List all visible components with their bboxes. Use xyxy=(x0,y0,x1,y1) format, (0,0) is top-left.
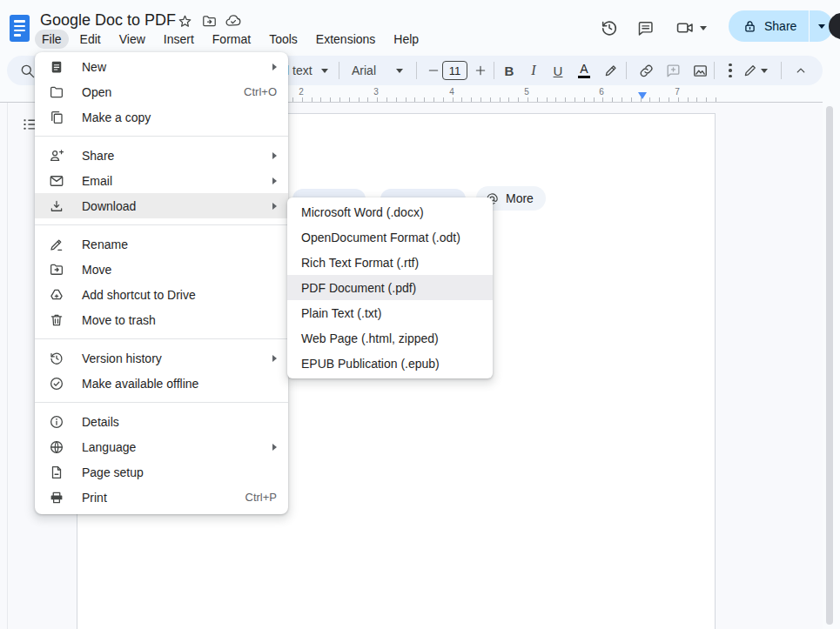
file-menu-item-add-shortcut-to-drive[interactable]: Add shortcut to Drive xyxy=(35,282,288,307)
style-dropdown-icon[interactable] xyxy=(319,59,331,82)
submenu-item-rtf[interactable]: Rich Text Format (.rtf) xyxy=(287,250,493,275)
submenu-arrow-icon xyxy=(272,355,277,362)
bold-button[interactable]: B xyxy=(498,59,521,82)
file-menu-item-language[interactable]: Language xyxy=(35,434,288,459)
vertical-scrollbar[interactable] xyxy=(826,106,833,625)
file-menu-item-rename[interactable]: Rename xyxy=(35,231,288,257)
submenu-item-epub[interactable]: EPUB Publication (.epub) xyxy=(287,351,493,376)
insert-image-icon[interactable] xyxy=(689,59,711,82)
file-menu-item-details[interactable]: Details xyxy=(35,409,288,434)
menu-format[interactable]: Format xyxy=(205,30,258,49)
font-family-select[interactable]: Arial xyxy=(352,64,376,77)
meet-dropdown-icon[interactable] xyxy=(696,17,710,39)
star-icon[interactable] xyxy=(176,12,193,30)
ruler-number: 7 xyxy=(675,87,680,97)
docs-logo[interactable] xyxy=(10,15,30,42)
file-menu-item-open[interactable]: OpenCtrl+O xyxy=(35,79,288,104)
file-menu-item-email[interactable]: Email xyxy=(35,168,288,193)
file-menu-item-move[interactable]: Move xyxy=(35,257,288,282)
ruler-number: 3 xyxy=(373,87,379,97)
submenu-arrow-icon xyxy=(272,444,277,451)
lock-icon xyxy=(743,19,757,34)
meet-video-icon[interactable] xyxy=(674,17,696,39)
menu-edit[interactable]: Edit xyxy=(73,30,108,49)
share-button[interactable]: Share xyxy=(729,10,809,42)
comments-icon[interactable] xyxy=(634,17,656,39)
menu-separator xyxy=(35,338,288,339)
ruler-number: 6 xyxy=(599,87,604,97)
insert-link-icon[interactable] xyxy=(635,59,657,82)
menu-separator xyxy=(35,136,288,137)
file-menu-item-download[interactable]: Download xyxy=(35,193,288,218)
submenu-item-html-zip[interactable]: Web Page (.html, zipped) xyxy=(287,325,493,351)
italic-button[interactable]: I xyxy=(522,59,545,82)
menu-view[interactable]: View xyxy=(112,30,152,49)
file-menu-item-make-available-offline[interactable]: Make available offline xyxy=(35,371,288,396)
document-title[interactable]: Google Doc to PDF xyxy=(40,11,176,30)
add-comment-icon[interactable] xyxy=(662,59,684,82)
file-menu-item-share[interactable]: Share xyxy=(35,143,288,168)
font-dropdown-icon[interactable] xyxy=(393,59,406,82)
file-menu-item-page-setup[interactable]: Page setup xyxy=(35,459,288,485)
submenu-arrow-icon xyxy=(272,64,277,70)
file-menu: New OpenCtrl+O Make a copy Share xyxy=(35,52,288,514)
underline-button[interactable]: U xyxy=(547,59,569,82)
text-color-button[interactable]: A xyxy=(573,59,595,82)
font-size-input[interactable]: 11 xyxy=(442,61,467,80)
ruler-number: 5 xyxy=(524,87,529,97)
move-folder-icon[interactable] xyxy=(200,12,218,30)
submenu-arrow-icon xyxy=(272,177,277,184)
file-menu-item-version-history[interactable]: Version history xyxy=(35,345,288,371)
more-chip-label: More xyxy=(506,191,534,205)
file-menu-item-new[interactable]: New xyxy=(35,54,288,79)
hide-menus-icon[interactable] xyxy=(790,59,812,82)
google-docs-app: More Google Doc to PDF File Edit View In… xyxy=(0,0,840,629)
share-label: Share xyxy=(764,19,796,33)
file-menu-item-move-to-trash[interactable]: Move to trash xyxy=(35,307,288,332)
menu-insert[interactable]: Insert xyxy=(157,30,201,49)
share-button-group: Share xyxy=(729,10,833,42)
file-menu-item-make-a-copy[interactable]: Make a copy xyxy=(35,104,288,130)
submenu-item-txt[interactable]: Plain Text (.txt) xyxy=(287,300,493,325)
ruler-number: 4 xyxy=(449,87,454,97)
canvas-left-edge xyxy=(7,103,8,629)
highlight-color-icon[interactable] xyxy=(600,59,622,82)
file-menu-item-print[interactable]: PrintCtrl+P xyxy=(35,485,288,510)
submenu-item-odt[interactable]: OpenDocument Format (.odt) xyxy=(287,224,493,250)
right-indent-marker[interactable] xyxy=(638,92,647,99)
mode-dropdown-icon[interactable] xyxy=(758,59,770,82)
menubar: File Edit View Insert Format Tools Exten… xyxy=(35,30,426,49)
submenu-arrow-icon xyxy=(272,203,277,210)
submenu-item-docx[interactable]: Microsoft Word (.docx) xyxy=(287,199,493,224)
download-submenu: Microsoft Word (.docx) OpenDocument Form… xyxy=(287,197,493,378)
menu-tools[interactable]: Tools xyxy=(262,30,305,49)
cloud-status-icon[interactable] xyxy=(225,12,242,30)
menu-extensions[interactable]: Extensions xyxy=(309,30,382,49)
submenu-arrow-icon xyxy=(272,152,277,159)
menu-separator xyxy=(35,402,288,403)
ruler-number: 2 xyxy=(299,87,304,97)
menu-separator xyxy=(35,224,288,225)
increase-font-size-button[interactable] xyxy=(469,59,492,82)
version-history-icon[interactable] xyxy=(598,17,621,39)
submenu-item-pdf[interactable]: PDF Document (.pdf) xyxy=(287,275,493,300)
menu-file[interactable]: File xyxy=(35,30,69,49)
menu-help[interactable]: Help xyxy=(386,30,426,49)
